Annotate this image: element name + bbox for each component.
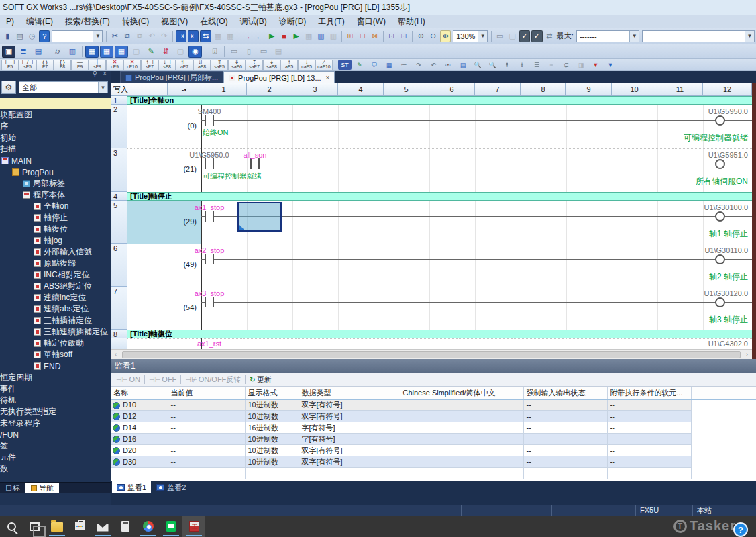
watch-cell-force[interactable]: -- [523, 411, 607, 422]
panel-pin-icon[interactable]: ⚲ [93, 71, 97, 77]
ladder-key-saF5[interactable]: ⇑saF5 [211, 60, 228, 70]
watch-cell-empty[interactable] [299, 468, 400, 479]
cross-reference-icon[interactable]: ▥ [66, 46, 79, 58]
work-window-icon[interactable]: ≣ [17, 46, 30, 58]
device-batch-icon[interactable]: ▦ [115, 46, 128, 58]
watch-row-D20[interactable]: D20--10进制数双字[有符号]---- [111, 445, 756, 456]
menu-item-2[interactable]: 搜索/替换(F) [59, 15, 116, 28]
document-tab-0[interactable]: ProgPou [PRG] [局部标... [120, 71, 223, 83]
cut-icon[interactable]: ✂ [109, 30, 120, 42]
watch-tab-监看1[interactable]: 监看1 [112, 481, 151, 493]
contact-symbol[interactable] [205, 115, 214, 126]
align2-icon[interactable]: ⇟ [515, 60, 529, 70]
sidebar-item-恒定周期[interactable]: 恒定周期 [0, 372, 111, 383]
watch-cell-value[interactable]: -- [168, 422, 245, 434]
zoom-out-icon[interactable]: ⊖ [428, 30, 439, 42]
sidebar-item-扫描[interactable]: 扫描 [0, 144, 111, 155]
sidebar-item-軸停止[interactable]: 軸停止 [0, 212, 111, 224]
taskbar-explorer-button[interactable] [46, 516, 68, 537]
ladder-key-sF7[interactable]: ↑⊣sF7 [141, 60, 158, 70]
watch-cell-force[interactable]: -- [523, 434, 607, 445]
device-find-icon[interactable]: ⍗ [208, 46, 221, 58]
taskbar-line-button[interactable] [160, 516, 182, 537]
watch-cell-type[interactable]: 字[有符号] [299, 422, 400, 434]
watch-cell-force[interactable]: -- [523, 445, 607, 456]
sidebar-item-数[interactable]: 数 [0, 463, 111, 475]
monitor-stop-icon[interactable]: ■ [278, 30, 289, 42]
sidebar-item-未登录程序[interactable]: 未登录程序 [0, 418, 111, 429]
watch-cell-exec[interactable]: -- [607, 445, 691, 456]
watch-tab-监看2[interactable]: 监看2 [152, 481, 191, 493]
comment-display-icon[interactable]: ▭ [494, 30, 505, 42]
watch-cell-value[interactable]: -- [168, 411, 245, 422]
taskbar-mail-button[interactable] [91, 516, 114, 537]
ladder-key-caF5[interactable]: ↓caF5 [298, 60, 315, 70]
watch-cell-empty[interactable] [245, 468, 299, 479]
coil-symbol[interactable] [715, 115, 725, 126]
stop-icon[interactable]: ← [254, 30, 265, 42]
taskbar-taskview-button[interactable] [23, 516, 46, 537]
watch-cell-force[interactable]: -- [523, 399, 607, 411]
ladder-key-sF8[interactable]: ↓⊣sF8 [158, 60, 176, 70]
watch-row-D30[interactable]: D30--10进制数双字[有符号]---- [111, 456, 756, 468]
menu-item-4[interactable]: 视图(V) [155, 15, 194, 28]
taskbar-calculator-button[interactable] [114, 516, 137, 537]
paste-icon[interactable]: ⧉ [134, 30, 145, 42]
sidebar-item-原點復歸[interactable]: 原點復歸 [0, 258, 111, 269]
watch-cell-format[interactable]: 10进制数 [245, 399, 299, 411]
window-small2-icon[interactable]: ▯ [242, 46, 256, 58]
watch-cell-empty[interactable] [523, 468, 607, 479]
ladder-key-F8[interactable]: { }F8 [54, 60, 71, 70]
watch-header-3[interactable]: 数据类型 [299, 387, 400, 399]
device-eye-icon[interactable]: ◉ [188, 46, 202, 58]
find-dev2-icon[interactable]: 🔍 [486, 60, 499, 70]
window-cascade-icon[interactable]: ⊞ [345, 30, 356, 42]
watch-header-1[interactable]: 当前值 [168, 387, 245, 399]
element-select-icon[interactable]: ▤ [32, 46, 45, 58]
watch-cell-empty[interactable] [607, 468, 691, 479]
watch-target-combo[interactable]: ▼ [642, 30, 755, 42]
watch-row-D14[interactable]: D14--16进制数字[有符号]---- [111, 422, 756, 434]
ladder-key-saF7[interactable]: ⇡saF7 [246, 60, 263, 70]
watch-cell-empty[interactable] [111, 468, 168, 479]
watch-cell-comment[interactable] [400, 434, 523, 445]
contact-symbol[interactable] [205, 254, 214, 264]
watch-row-empty[interactable] [111, 468, 756, 479]
taskbar-chrome-button[interactable] [137, 516, 160, 537]
selected-cell[interactable] [237, 202, 282, 232]
help-icon[interactable]: ? [39, 30, 50, 42]
statement2-icon[interactable]: ≔ [397, 60, 411, 70]
watch-cell-format[interactable]: 10进制数 [245, 456, 299, 468]
sidebar-item-軸定位啟動[interactable]: 軸定位啟動 [0, 338, 111, 349]
watch-cell-comment[interactable] [400, 456, 523, 468]
help-bubble-icon[interactable]: ? [733, 522, 748, 537]
menu-item-3[interactable]: 转换(C) [116, 15, 156, 28]
ladder-dash-cell[interactable]: - ▾ [168, 83, 201, 96]
sidebar-item-块配置图[interactable]: 块配置图 [0, 109, 111, 121]
camera-icon[interactable]: ▢ [129, 46, 143, 58]
watch-cell-value[interactable]: -- [168, 456, 245, 468]
tree-filter-combo[interactable]: 全部 ▼ [19, 81, 108, 93]
close-icon[interactable]: × [326, 74, 330, 81]
watch-cell-force[interactable]: -- [523, 456, 607, 468]
ladder-key-aF8[interactable]: ↓⊢aF8 [193, 60, 211, 70]
sidebar-item-三軸連續插補定位[interactable]: 三軸連續插補定位 [0, 326, 111, 338]
monitor-start-icon[interactable]: ▶ [266, 30, 277, 42]
sidebar-item-MAIN[interactable]: MAIN [0, 155, 111, 166]
read-from-plc-icon[interactable]: ⇤ [188, 30, 199, 42]
max-combo[interactable]: -------▼ [576, 30, 639, 42]
pc-monitor2-icon[interactable]: ⊡ [398, 30, 409, 42]
watch-cell-format[interactable]: 10进制数 [245, 434, 299, 445]
watch-row-D10[interactable]: D10--10进制数双字[有符号]---- [111, 399, 756, 411]
contact-symbol[interactable] [205, 297, 214, 307]
coil-symbol[interactable] [715, 297, 725, 307]
zoom-in-icon[interactable]: ⊕ [415, 30, 426, 42]
device-read-icon[interactable]: ▦ [225, 30, 235, 42]
doc-gen-icon[interactable]: ▤ [456, 60, 470, 70]
scroll-right-icon[interactable]: › [742, 350, 752, 360]
sidebar-item-selected[interactable] [0, 98, 111, 109]
window-small3-icon[interactable]: ▭ [257, 46, 270, 58]
device-comment-icon[interactable]: ▦ [85, 46, 99, 58]
copy-icon[interactable]: ⧉ [122, 30, 133, 42]
ladder-key-sF9[interactable]: ⏐sF9 [89, 60, 106, 70]
